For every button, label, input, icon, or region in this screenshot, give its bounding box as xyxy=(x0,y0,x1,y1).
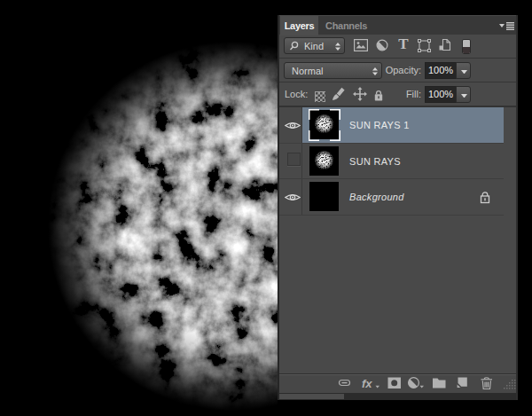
svg-text:fx: fx xyxy=(362,377,372,390)
